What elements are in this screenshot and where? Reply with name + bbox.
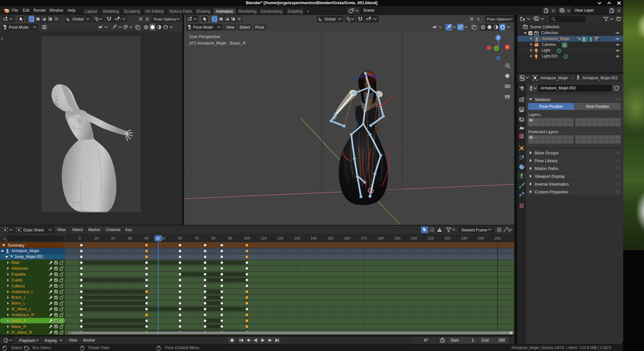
svg-text:Custom Properties: Custom Properties — [535, 190, 568, 194]
svg-text:Pose Mode: Pose Mode — [193, 25, 213, 30]
svg-text:120: 120 — [277, 236, 283, 240]
svg-text:Armature_Mujer.002: Armature_Mujer.002 — [582, 76, 618, 80]
svg-text:Antebrazo_L: Antebrazo_L — [11, 290, 33, 294]
svg-text:X: X — [146, 17, 149, 21]
svg-text:110: 110 — [261, 236, 266, 240]
svg-text:Camera: Camera — [542, 42, 556, 47]
svg-text:30: 30 — [128, 236, 132, 240]
svg-text:240: 240 — [478, 236, 484, 240]
svg-text:47: 47 — [156, 237, 160, 240]
svg-text:Cabeza: Cabeza — [11, 284, 25, 288]
svg-text:X: X — [477, 17, 480, 21]
svg-text:Motion Paths: Motion Paths — [535, 166, 558, 171]
svg-text:Playback: Playback — [19, 338, 35, 343]
svg-text:170: 170 — [361, 236, 367, 240]
svg-text:Brazo_L: Brazo_L — [11, 295, 26, 300]
svg-text:20: 20 — [111, 236, 115, 240]
svg-text:Skeleton: Skeleton — [535, 98, 551, 102]
svg-text:190: 190 — [394, 236, 400, 240]
svg-text:Light.001: Light.001 — [542, 54, 558, 58]
svg-text:Mano_R: Mano_R — [11, 324, 26, 329]
svg-text:Nearest Frame: Nearest Frame — [461, 228, 487, 232]
svg-text:130: 130 — [294, 236, 300, 240]
svg-text:IK_Mano_R: IK_Mano_R — [11, 330, 32, 335]
svg-text:210: 210 — [427, 236, 434, 240]
svg-text:Pose Library: Pose Library — [535, 159, 558, 163]
svg-text:160: 160 — [344, 236, 350, 240]
svg-text:70: 70 — [195, 236, 199, 240]
svg-text:220: 220 — [444, 236, 451, 240]
svg-text:Antebrazo_R: Antebrazo_R — [11, 313, 34, 317]
svg-text:40: 40 — [144, 236, 149, 240]
svg-text:200: 200 — [411, 236, 417, 240]
svg-text:180: 180 — [378, 236, 384, 240]
svg-text:Y: Y — [495, 47, 497, 50]
svg-text:Bone Groups: Bone Groups — [535, 151, 559, 155]
svg-text:Pose Options: Pose Options — [154, 17, 176, 21]
svg-text:10: 10 — [94, 236, 99, 240]
svg-text:150: 150 — [327, 236, 333, 240]
svg-text:Keying: Keying — [45, 338, 57, 343]
svg-text:Espalda: Espalda — [11, 272, 26, 277]
svg-text:Collection: Collection — [541, 31, 558, 35]
svg-text:250: 250 — [494, 236, 501, 240]
svg-text:Dope Sheet: Dope Sheet — [23, 228, 44, 232]
svg-text:230: 230 — [461, 236, 467, 240]
svg-text:Global: Global — [324, 17, 336, 21]
svg-text:Z: Z — [497, 36, 499, 40]
svg-text:140: 140 — [311, 236, 317, 240]
svg-text:Summary: Summary — [8, 243, 24, 248]
svg-text:IK_Mano_L: IK_Mano_L — [11, 307, 31, 311]
svg-text:Light: Light — [542, 48, 551, 53]
svg-text:Pose Options: Pose Options — [487, 17, 509, 21]
svg-text:Viewport Display: Viewport Display — [535, 174, 565, 179]
svg-text:0: 0 — [79, 236, 80, 240]
svg-text:User Perspective: User Perspective — [189, 34, 220, 39]
svg-text:80: 80 — [211, 236, 216, 240]
svg-text:Armature_Mujer: Armature_Mujer — [540, 76, 568, 80]
svg-text:(47) Armature_Mujer : Brazo_R: (47) Armature_Mujer : Brazo_R — [189, 41, 246, 46]
svg-text:Cuello: Cuello — [11, 278, 22, 282]
svg-text:Scene Collection: Scene Collection — [530, 25, 559, 29]
svg-text:Mano_L: Mano_L — [11, 301, 26, 306]
svg-text:Brazo_R: Brazo_R — [11, 318, 27, 323]
svg-text:90: 90 — [228, 236, 232, 240]
svg-text:Main: Main — [11, 260, 20, 265]
svg-text:Inverse Kinematics: Inverse Kinematics — [535, 182, 569, 187]
svg-text:Pose Mode: Pose Mode — [9, 25, 29, 30]
svg-text:60: 60 — [178, 236, 182, 240]
svg-text:Armature_Mujer: Armature_Mujer — [11, 249, 39, 253]
svg-text:Abdomen: Abdomen — [11, 266, 28, 271]
svg-text:100: 100 — [244, 236, 250, 240]
svg-text:Jump_Mujer.002: Jump_Mujer.002 — [14, 254, 43, 259]
svg-text:Global: Global — [72, 17, 84, 21]
svg-text:X: X — [506, 46, 509, 49]
svg-text:2: 2 — [598, 39, 600, 42]
svg-text:Armature_Mujer: Armature_Mujer — [542, 36, 570, 41]
